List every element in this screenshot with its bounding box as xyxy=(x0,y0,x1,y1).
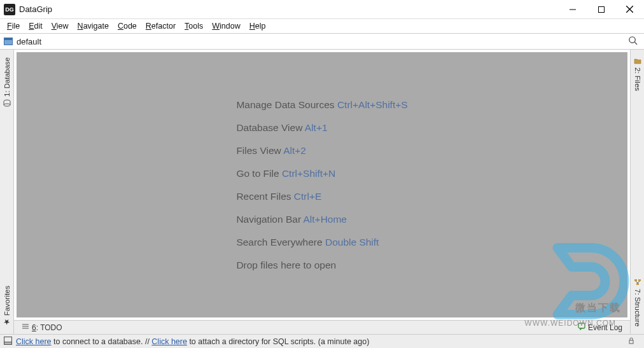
favorites-tool-label: Favorites xyxy=(3,286,11,316)
todo-tool-button[interactable]: 6: TODO xyxy=(18,323,66,332)
svg-rect-11 xyxy=(634,279,637,281)
tip-database-view: Database View Alt+1 xyxy=(236,122,407,134)
title-bar: DG DataGrip xyxy=(0,0,644,19)
status-bar: Click here to connect to a database. // … xyxy=(0,334,644,348)
database-tool-label: 1: Database xyxy=(3,57,11,97)
star-icon: ★ xyxy=(3,317,11,326)
lock-icon[interactable] xyxy=(622,337,640,346)
menu-help[interactable]: Help xyxy=(245,20,270,32)
project-icon xyxy=(4,38,13,45)
left-tool-strip: 1: Database ★ Favorites xyxy=(0,50,14,334)
menu-tools[interactable]: Tools xyxy=(180,20,207,32)
app-icon: DG xyxy=(4,4,15,15)
tip-files-view: Files View Alt+2 xyxy=(236,145,407,157)
watermark-logo xyxy=(538,233,634,329)
status-connect-link[interactable]: Click here xyxy=(16,337,52,346)
tip-navigation-bar: Navigation Bar Alt+Home xyxy=(236,214,407,225)
close-button[interactable] xyxy=(615,0,644,19)
minimize-button[interactable] xyxy=(558,0,587,19)
svg-point-4 xyxy=(629,37,635,43)
folder-icon xyxy=(634,57,641,65)
menu-refactor[interactable]: Refactor xyxy=(141,20,180,32)
event-log-label: Event Log xyxy=(588,323,622,332)
svg-rect-1 xyxy=(598,6,604,12)
todo-label: 6 xyxy=(32,323,36,332)
tip-drop-files: Drop files here to open xyxy=(236,260,407,271)
menu-navigate[interactable]: Navigate xyxy=(73,20,113,32)
structure-icon xyxy=(634,279,641,286)
maximize-button[interactable] xyxy=(587,0,615,19)
editor-area[interactable]: Manage Data Sources Ctrl+Alt+Shift+S Dat… xyxy=(17,52,627,317)
svg-rect-17 xyxy=(4,342,12,344)
bottom-tool-strip: 6: TODO Event Log xyxy=(14,320,630,334)
svg-rect-18 xyxy=(629,340,633,344)
status-message: Click here to connect to a database. // … xyxy=(16,337,622,346)
main-area: 1: Database ★ Favorites Manage Data Sour… xyxy=(0,50,644,334)
tip-go-to-file: Go to File Ctrl+Shift+N xyxy=(236,168,407,179)
menu-window[interactable]: Window xyxy=(207,20,244,32)
favorites-tool-button[interactable]: ★ Favorites xyxy=(3,281,11,331)
svg-rect-13 xyxy=(636,283,639,285)
files-tool-label: 2: Files xyxy=(634,67,641,91)
structure-tool-button[interactable]: 7: Structure xyxy=(634,274,641,331)
right-tool-strip: 2: Files 7: Structure xyxy=(630,50,644,334)
menu-code[interactable]: Code xyxy=(113,20,141,32)
svg-line-15 xyxy=(638,281,640,283)
svg-rect-10 xyxy=(578,323,585,328)
search-icon[interactable] xyxy=(626,36,640,47)
status-attach-link[interactable]: Click here xyxy=(151,337,187,346)
menu-edit[interactable]: Edit xyxy=(24,20,47,32)
list-icon xyxy=(22,323,29,332)
svg-line-5 xyxy=(634,42,637,45)
navigation-bar: default xyxy=(0,34,644,50)
project-name[interactable]: default xyxy=(17,37,41,46)
balloon-icon xyxy=(578,323,585,332)
tip-recent-files: Recent Files Ctrl+E xyxy=(236,191,407,202)
welcome-tips: Manage Data Sources Ctrl+Alt+Shift+S Dat… xyxy=(236,88,407,282)
status-panel-icon[interactable] xyxy=(4,337,12,347)
menu-bar: File Edit View Navigate Code Refactor To… xyxy=(0,19,644,34)
database-tool-button[interactable]: 1: Database xyxy=(3,52,11,112)
database-icon xyxy=(3,99,11,107)
app-title: DataGrip xyxy=(19,4,52,14)
tip-manage-data-sources: Manage Data Sources Ctrl+Alt+Shift+S xyxy=(236,99,407,111)
menu-file[interactable]: File xyxy=(3,20,24,32)
svg-point-6 xyxy=(4,104,10,106)
event-log-button[interactable]: Event Log xyxy=(574,323,626,332)
menu-view[interactable]: View xyxy=(47,20,73,32)
svg-line-14 xyxy=(636,281,638,283)
tip-search-everywhere: Search Everywhere Double Shift xyxy=(236,237,407,248)
svg-rect-12 xyxy=(638,279,641,281)
watermark-text-cn: 微当下载 xyxy=(575,302,621,315)
structure-tool-label: 7: Structure xyxy=(634,289,641,326)
files-tool-button[interactable]: 2: Files xyxy=(634,52,641,96)
window-controls xyxy=(558,0,644,19)
